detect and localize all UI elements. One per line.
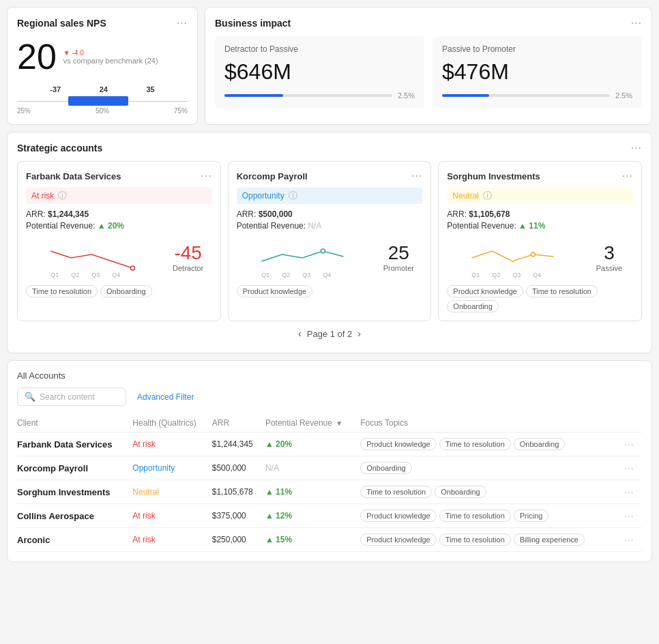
- table-tag: Product knowledge: [360, 533, 437, 546]
- tag: Onboarding: [447, 300, 499, 312]
- korcomp-info-icon[interactable]: ⓘ: [289, 190, 297, 202]
- table-tag: Time to resolution: [439, 533, 511, 546]
- strategic-accounts-section: Strategic accounts ··· Farbank Data Serv…: [7, 132, 652, 353]
- cell-focus-topics: Product knowledgeTime to resolutionOnboa…: [360, 433, 624, 456]
- detractor-value: $646M: [224, 59, 415, 85]
- strategic-accounts-title: Strategic accounts: [17, 143, 102, 153]
- next-page-button[interactable]: ›: [357, 328, 361, 339]
- col-arr: ARR: [212, 414, 265, 433]
- sorghum-menu[interactable]: ···: [622, 170, 633, 182]
- cell-health: At risk: [132, 433, 211, 456]
- sorghum-arr: ARR: $1,105,678: [447, 209, 633, 219]
- cell-potential: ▲ 20%: [265, 433, 360, 456]
- cell-focus-topics: Product knowledgeTime to resolutionPrici…: [360, 504, 624, 528]
- strategic-accounts-menu[interactable]: ···: [631, 142, 642, 154]
- nps-benchmark: ▼ -4.0 vs company benchmark (24): [63, 49, 158, 65]
- cell-client: Arconic: [17, 528, 132, 552]
- table-tag: Pricing: [514, 510, 549, 522]
- prev-page-button[interactable]: ‹: [298, 328, 302, 339]
- farbank-score-label: Detractor: [164, 264, 212, 272]
- row-actions-menu[interactable]: ···: [624, 433, 642, 456]
- account-card-farbank: Farbank Data Services ··· At risk ⓘ ARR:…: [17, 161, 221, 321]
- advanced-filter-button[interactable]: Advanced Filter: [137, 392, 194, 402]
- cell-arr: $250,000: [212, 528, 265, 552]
- cell-potential: N/A: [265, 456, 360, 480]
- farbank-menu[interactable]: ···: [201, 170, 211, 182]
- nps-score-value: 20: [17, 36, 57, 77]
- benchmark-arrow: ▼ -4.0: [63, 49, 158, 57]
- svg-text:Q1: Q1: [50, 272, 59, 278]
- sort-icon[interactable]: ▼: [336, 420, 342, 427]
- table-tag: Onboarding: [514, 438, 566, 450]
- korcomp-chart-row: Q1 Q2 Q3 Q4 25 Promoter: [237, 237, 423, 278]
- svg-text:Q3: Q3: [513, 272, 521, 278]
- cell-client: Sorghum Investments: [17, 480, 132, 504]
- sorghum-tags: Product knowledge Time to resolution Onb…: [447, 285, 633, 312]
- business-impact-menu[interactable]: ···: [631, 17, 642, 29]
- row-actions-menu[interactable]: ···: [624, 528, 642, 552]
- col-actions: [624, 414, 642, 433]
- farbank-info-icon[interactable]: ⓘ: [58, 190, 67, 202]
- row-actions-menu[interactable]: ···: [624, 456, 642, 480]
- svg-point-10: [531, 252, 536, 257]
- cell-focus-topics: Onboarding: [360, 456, 624, 480]
- cell-client: Korcomp Payroll: [17, 456, 132, 480]
- nps-bar-blue: [68, 96, 128, 106]
- benchmark-text: vs company benchmark (24): [63, 57, 158, 65]
- cell-health: Neutral: [132, 480, 211, 504]
- svg-text:Q3: Q3: [91, 272, 100, 278]
- table-tag: Product knowledge: [360, 510, 437, 522]
- nps-values-row: -37 24 35: [17, 85, 188, 93]
- nps-val-2: 24: [100, 85, 108, 93]
- col-health: Health (Qualtrics): [132, 414, 211, 433]
- passive-value: $476M: [442, 59, 632, 85]
- nps-bar-wrapper: [17, 96, 188, 106]
- regional-nps-card: Regional sales NPS ··· 20 ▼ -4.0 vs comp…: [7, 7, 198, 125]
- nps-tick-2: 50%: [96, 107, 109, 115]
- cell-focus-topics: Time to resolutionOnboarding: [360, 480, 624, 504]
- farbank-score: -45: [164, 244, 212, 263]
- table-tag: Time to resolution: [439, 438, 511, 450]
- regional-nps-menu[interactable]: ···: [177, 17, 188, 29]
- passive-bar-row: 2.5%: [442, 91, 632, 100]
- korcomp-tags: Product knowledge: [237, 285, 423, 297]
- svg-text:Q3: Q3: [302, 272, 310, 278]
- cell-client: Farbank Data Services: [17, 433, 132, 456]
- svg-text:Q4: Q4: [323, 272, 331, 278]
- sorghum-info-icon[interactable]: ⓘ: [483, 190, 492, 202]
- detractor-to-passive-card: Detractor to Passive $646M 2.5%: [215, 36, 424, 108]
- regional-nps-title: Regional sales NPS: [17, 18, 106, 29]
- sorghum-score: 3: [585, 244, 633, 263]
- tag: Onboarding: [100, 285, 152, 297]
- table-row: Collins AerospaceAt risk$375,000▲ 12%Pro…: [17, 504, 642, 528]
- search-box[interactable]: 🔍 Search content: [17, 387, 126, 406]
- detractor-pct: 2.5%: [398, 91, 415, 100]
- svg-text:Q1: Q1: [261, 272, 269, 278]
- farbank-potential: Potential Revenue: ▲ 20%: [26, 221, 212, 231]
- business-impact-card: Business impact ··· Detractor to Passive…: [205, 7, 652, 125]
- search-placeholder: Search content: [40, 392, 95, 402]
- nps-score-row: 20 ▼ -4.0 vs company benchmark (24): [17, 36, 188, 77]
- pagination: ‹ Page 1 of 2 ›: [17, 321, 642, 343]
- passive-bar-fill: [442, 94, 489, 97]
- detractor-bar-row: 2.5%: [224, 91, 415, 100]
- cell-arr: $1,105,678: [212, 480, 265, 504]
- row-actions-menu[interactable]: ···: [624, 480, 642, 504]
- korcomp-menu[interactable]: ···: [411, 170, 422, 182]
- tag: Product knowledge: [237, 285, 313, 297]
- sorghum-potential: Potential Revenue: ▲ 11%: [447, 221, 633, 231]
- korcomp-mini-chart: Q1 Q2 Q3 Q4: [237, 237, 368, 278]
- cell-potential: ▲ 11%: [265, 480, 360, 504]
- farbank-mini-chart: Q1 Q2 Q3 Q4: [26, 237, 158, 278]
- farbank-arr: ARR: $1,244,345: [26, 209, 212, 219]
- svg-text:Q2: Q2: [71, 272, 79, 278]
- nps-bar-container: -37 24 35 25% 50% 75%: [17, 85, 188, 115]
- row-actions-menu[interactable]: ···: [624, 504, 642, 528]
- farbank-tags: Time to resolution Onboarding: [26, 285, 212, 297]
- col-potential: Potential Revenue ▼: [265, 414, 360, 433]
- tag: Product knowledge: [447, 285, 523, 297]
- table-row: Sorghum InvestmentsNeutral$1,105,678▲ 11…: [17, 480, 642, 504]
- passive-bar-track: [442, 94, 610, 97]
- sorghum-score-block: 3 Passive: [585, 244, 633, 272]
- cell-arr: $375,000: [212, 504, 265, 528]
